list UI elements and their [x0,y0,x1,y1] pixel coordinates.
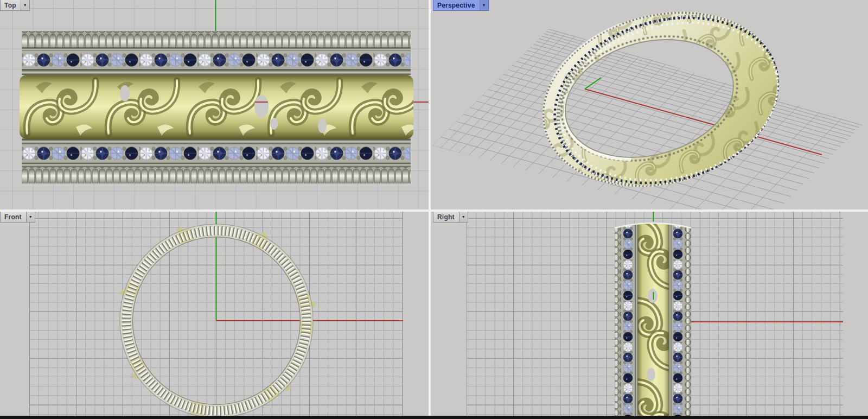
viewport-tab-label[interactable]: Top [1,0,21,10]
right-view-canvas [431,212,868,416]
viewport-divider-vertical[interactable] [429,0,431,416]
chevron-down-icon[interactable]: ▼ [26,212,35,222]
front-view-canvas [0,212,429,416]
viewport-perspective[interactable]: Perspective ▼ [431,0,868,210]
viewport-top[interactable]: Top ▼ [0,0,429,210]
chevron-down-icon[interactable]: ▼ [21,0,29,10]
chevron-down-icon[interactable]: ▼ [459,212,468,222]
viewport-tab-label[interactable]: Right [433,212,459,222]
viewport-tab-label[interactable]: Front [1,212,26,222]
cad-application-window: Top ▼ Perspective ▼ [0,0,868,419]
viewport-tab-label[interactable]: Perspective [433,0,480,10]
viewport-tab-perspective[interactable]: Perspective ▼ [433,0,489,11]
viewport-right[interactable]: Right ▼ [431,212,868,416]
top-view-canvas [0,0,429,210]
perspective-view-canvas [431,0,868,210]
viewport-tab-front[interactable]: Front ▼ [0,212,35,223]
viewport-front[interactable]: Front ▼ [0,212,429,416]
chevron-down-icon[interactable]: ▼ [480,0,488,10]
viewport-tab-right[interactable]: Right ▼ [433,212,468,223]
viewport-tab-top[interactable]: Top ▼ [0,0,30,11]
window-bottom-edge [0,416,868,419]
